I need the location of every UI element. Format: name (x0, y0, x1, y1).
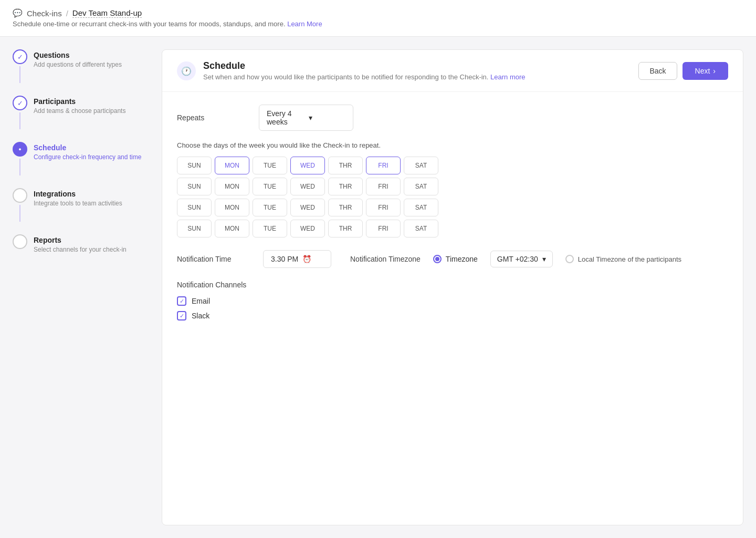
step-title-schedule: Schedule (34, 143, 149, 152)
sidebar-item-schedule[interactable]: ● Schedule Configure check-in frequency … (13, 142, 149, 175)
day-cell-1-0[interactable]: SUN (177, 178, 212, 195)
day-cell-2-0[interactable]: SUN (177, 199, 212, 216)
step-line-2 (19, 112, 20, 129)
page-header: 💬 Check-ins / Dev Team Stand-up Schedule… (0, 0, 756, 37)
day-cell-3-6[interactable]: SAT (404, 220, 438, 237)
panel-header: 🕐 Schedule Set when and how you would li… (162, 50, 743, 92)
day-cell-3-4[interactable]: THR (328, 220, 363, 237)
day-row-3: SUNMONTUEWEDTHRFRISAT (177, 199, 728, 216)
day-cell-0-4[interactable]: THR (328, 157, 363, 174)
day-cell-1-1[interactable]: MON (215, 178, 249, 195)
day-row-1: SUNMONTUEWEDTHRFRISAT (177, 157, 728, 174)
day-cell-3-3[interactable]: WED (290, 220, 325, 237)
channel-item-slack: ✓Slack (177, 311, 728, 320)
schedule-icon: 🕐 (177, 61, 196, 80)
channel-item-email: ✓Email (177, 296, 728, 306)
channel-checkbox-slack[interactable]: ✓ (177, 311, 186, 320)
day-cell-2-4[interactable]: THR (328, 199, 363, 216)
panel-subtitle: Set when and how you would like the part… (203, 73, 526, 81)
step-title-integrations: Integrations (34, 190, 149, 198)
day-cell-1-5[interactable]: FRI (366, 178, 401, 195)
local-timezone-label: Local Timezone of the participants (578, 255, 681, 263)
timezone-radio-label: Timezone (446, 255, 478, 263)
breadcrumb-current: Dev Team Stand-up (72, 8, 142, 18)
day-cell-0-6[interactable]: SAT (404, 157, 438, 174)
channel-label-email: Email (192, 297, 210, 305)
channels-list: ✓Email✓Slack (177, 296, 728, 320)
sidebar-item-reports[interactable]: Reports Select channels for your check-i… (13, 234, 149, 253)
step-circle-participants: ✓ (13, 96, 27, 110)
step-desc-questions: Add questions of different types (34, 61, 149, 68)
step-title-questions: Questions (34, 51, 149, 59)
clock-icon: ⏰ (302, 255, 311, 263)
day-cell-2-2[interactable]: TUE (253, 199, 287, 216)
panel-body: Repeats Every 4 weeks ▾ Choose the days … (162, 92, 743, 338)
back-button[interactable]: Back (638, 62, 677, 80)
day-cell-1-2[interactable]: TUE (253, 178, 287, 195)
day-cell-0-3[interactable]: WED (290, 157, 325, 174)
notification-time-label: Notification Time (177, 255, 250, 263)
day-grid: SUNMONTUEWEDTHRFRISATSUNMONTUEWEDTHRFRIS… (177, 157, 728, 237)
chevron-down-icon-tz: ▾ (542, 255, 546, 263)
repeats-label: Repeats (177, 113, 250, 122)
step-desc-schedule: Configure check-in frequency and time (34, 153, 149, 161)
breadcrumb-parent[interactable]: Check-ins (27, 9, 62, 18)
sidebar-item-integrations[interactable]: Integrations Integrate tools to team act… (13, 188, 149, 222)
channel-checkbox-email[interactable]: ✓ (177, 296, 186, 306)
checkins-icon: 💬 (13, 8, 23, 18)
step-line (19, 66, 20, 83)
panel-actions: Back Next › (638, 62, 728, 80)
day-row-4: SUNMONTUEWEDTHRFRISAT (177, 220, 728, 237)
days-prompt: Choose the days of the week you would li… (177, 141, 728, 149)
sidebar-item-questions[interactable]: ✓ Questions Add questions of different t… (13, 49, 149, 83)
breadcrumb: 💬 Check-ins / Dev Team Stand-up (13, 8, 743, 18)
day-cell-2-1[interactable]: MON (215, 199, 249, 216)
learn-more-link[interactable]: Learn More (287, 20, 322, 28)
local-timezone-radio[interactable] (565, 255, 574, 263)
repeats-select[interactable]: Every 4 weeks ▾ (259, 105, 353, 131)
step-circle-reports (13, 234, 27, 249)
chevron-down-icon: ▾ (309, 113, 345, 122)
notification-timezone-label: Notification Timezone (350, 255, 421, 263)
page-subtitle: Schedule one-time or recurrant check-ins… (13, 20, 743, 28)
repeats-row: Repeats Every 4 weeks ▾ (177, 105, 728, 131)
sidebar: ✓ Questions Add questions of different t… (13, 49, 149, 525)
step-line-3 (19, 159, 20, 175)
step-desc-reports: Select channels for your check-in (34, 246, 149, 253)
notification-row: Notification Time 3.30 PM ⏰ Notification… (177, 250, 728, 268)
day-cell-0-2[interactable]: TUE (253, 157, 287, 174)
main-layout: ✓ Questions Add questions of different t… (0, 37, 756, 538)
step-line-4 (19, 205, 20, 222)
chevron-right-icon: › (713, 67, 716, 75)
sidebar-item-participants[interactable]: ✓ Participants Add teams & choose partic… (13, 96, 149, 129)
step-desc-integrations: Integrate tools to team activities (34, 200, 149, 207)
day-cell-2-5[interactable]: FRI (366, 199, 401, 216)
day-cell-1-4[interactable]: THR (328, 178, 363, 195)
step-circle-schedule: ● (13, 142, 27, 157)
day-row-2: SUNMONTUEWEDTHRFRISAT (177, 178, 728, 195)
day-cell-3-0[interactable]: SUN (177, 220, 212, 237)
day-cell-2-3[interactable]: WED (290, 199, 325, 216)
day-cell-3-2[interactable]: TUE (253, 220, 287, 237)
step-circle-questions: ✓ (13, 49, 27, 64)
day-cell-2-6[interactable]: SAT (404, 199, 438, 216)
day-cell-0-0[interactable]: SUN (177, 157, 212, 174)
day-cell-0-1[interactable]: MON (215, 157, 249, 174)
timezone-radio[interactable] (433, 255, 442, 263)
panel-learn-more-link[interactable]: Learn more (490, 73, 525, 81)
breadcrumb-separator: / (66, 9, 68, 18)
next-button[interactable]: Next › (682, 62, 728, 80)
step-desc-participants: Add teams & choose participants (34, 107, 149, 115)
day-cell-0-5[interactable]: FRI (366, 157, 401, 174)
day-cell-3-1[interactable]: MON (215, 220, 249, 237)
step-circle-integrations (13, 188, 27, 203)
day-cell-3-5[interactable]: FRI (366, 220, 401, 237)
timezone-select[interactable]: GMT +02:30 ▾ (490, 251, 553, 267)
time-input[interactable]: 3.30 PM ⏰ (263, 250, 331, 268)
notification-channels-label: Notification Channels (177, 281, 728, 289)
content-panel: 🕐 Schedule Set when and how you would li… (162, 49, 743, 525)
day-cell-1-3[interactable]: WED (290, 178, 325, 195)
step-title-participants: Participants (34, 97, 149, 106)
day-cell-1-6[interactable]: SAT (404, 178, 438, 195)
channel-label-slack: Slack (192, 312, 209, 320)
